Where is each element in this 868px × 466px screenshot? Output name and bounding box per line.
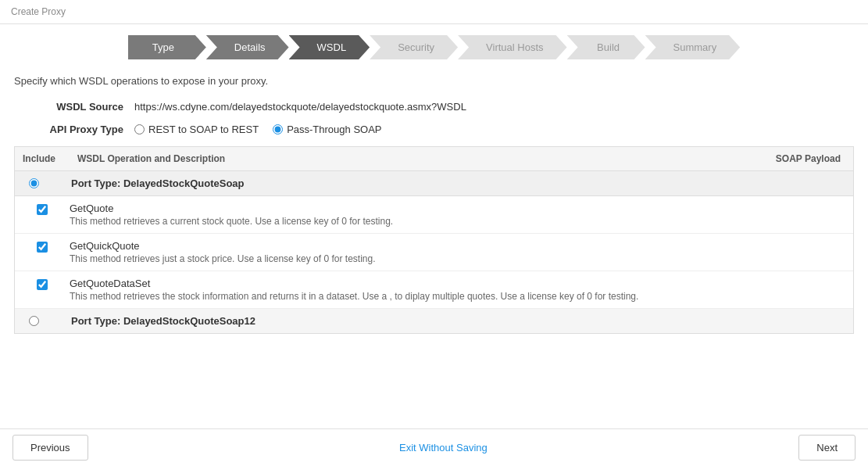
step-summary-label: Summary (645, 35, 741, 59)
step-type-label: Type (128, 35, 206, 59)
radio-rest-to-soap[interactable]: REST to SOAP to REST (134, 124, 259, 135)
col-payload: SOAP Payload (759, 152, 853, 166)
radio-passthrough-input[interactable] (273, 124, 283, 134)
table-header: Include WSDL Operation and Description S… (15, 147, 853, 171)
op-checkbox-getquote[interactable] (37, 204, 48, 215)
operation-row-getquotedataset: GetQuoteDataSet This method retrieves th… (15, 271, 853, 309)
step-virtual-hosts[interactable]: Virtual Hosts (458, 35, 566, 59)
port-radio-input-1[interactable] (29, 178, 39, 188)
step-security-label: Security (370, 35, 458, 59)
step-details-label: Details (206, 35, 289, 59)
op-check-getquote[interactable] (15, 203, 70, 217)
op-detail-getquotedataset: GetQuoteDataSet This method retrieves th… (70, 278, 759, 302)
operations-table: Include WSDL Operation and Description S… (14, 146, 854, 334)
step-type[interactable]: Type (128, 35, 206, 59)
port-type-row-2: Port Type: DelayedStockQuoteSoap12 (15, 309, 853, 333)
content-area: Specify which WSDL operations to expose … (0, 67, 868, 334)
op-desc-getquickquote: This method retrieves just a stock price… (70, 253, 759, 264)
radio-passthrough[interactable]: Pass-Through SOAP (273, 124, 381, 135)
op-name-getquote: GetQuote (70, 203, 759, 214)
op-checkbox-getquickquote[interactable] (37, 242, 48, 253)
step-wsdl-label: WSDL (289, 35, 370, 59)
api-proxy-type-row: API Proxy Type REST to SOAP to REST Pass… (14, 124, 854, 135)
port-radio-input-2[interactable] (29, 316, 39, 326)
op-check-getquotedataset[interactable] (15, 278, 70, 292)
col-operation: WSDL Operation and Description (70, 152, 759, 166)
radio-group: REST to SOAP to REST Pass-Through SOAP (134, 124, 382, 135)
op-name-getquotedataset: GetQuoteDataSet (70, 278, 759, 289)
radio-rest-label: REST to SOAP to REST (148, 124, 259, 135)
api-proxy-type-label: API Proxy Type (14, 124, 123, 135)
port-label-1: Port Type: DelayedStockQuoteSoap (70, 177, 853, 189)
wsdl-source-label: WSDL Source (14, 101, 123, 113)
step-details[interactable]: Details (206, 35, 289, 59)
port-radio-1[interactable] (15, 178, 70, 188)
page-title: Create Proxy (11, 6, 66, 17)
op-checkbox-getquotedataset[interactable] (37, 279, 48, 290)
op-desc-getquote: This method retrieves a current stock qu… (70, 216, 759, 227)
op-detail-getquote: GetQuote This method retrieves a current… (70, 203, 759, 227)
step-summary[interactable]: Summary (645, 35, 741, 59)
op-desc-getquotedataset: This method retrieves the stock informat… (70, 291, 759, 302)
footer: Previous Exit Without Saving Next (0, 428, 868, 466)
operation-row-getquote: GetQuote This method retrieves a current… (15, 196, 853, 234)
next-button[interactable]: Next (798, 435, 855, 461)
wsdl-source-row: WSDL Source https://ws.cdyne.com/delayed… (14, 101, 854, 113)
op-detail-getquickquote: GetQuickQuote This method retrieves just… (70, 240, 759, 264)
col-include: Include (15, 152, 70, 166)
wizard-steps: Type Details WSDL Security Virtual Hosts… (0, 24, 868, 67)
operation-row-getquickquote: GetQuickQuote This method retrieves just… (15, 234, 853, 271)
op-name-getquickquote: GetQuickQuote (70, 240, 759, 252)
step-virtual-hosts-label: Virtual Hosts (458, 35, 566, 59)
previous-button[interactable]: Previous (13, 435, 88, 461)
subtitle: Specify which WSDL operations to expose … (14, 75, 854, 87)
exit-without-saving-button[interactable]: Exit Without Saving (399, 442, 488, 453)
step-build[interactable]: Build (567, 35, 645, 59)
port-label-2: Port Type: DelayedStockQuoteSoap12 (70, 315, 853, 327)
radio-passthrough-label: Pass-Through SOAP (287, 124, 381, 135)
port-type-row-1: Port Type: DelayedStockQuoteSoap (15, 171, 853, 196)
wsdl-source-value: https://ws.cdyne.com/delayedstockquote/d… (134, 101, 466, 113)
top-bar: Create Proxy (0, 0, 868, 24)
step-build-label: Build (567, 35, 645, 59)
op-check-getquickquote[interactable] (15, 240, 70, 255)
port-radio-2[interactable] (15, 316, 70, 326)
step-wsdl[interactable]: WSDL (289, 35, 370, 59)
step-security[interactable]: Security (370, 35, 458, 59)
radio-rest-input[interactable] (134, 124, 145, 134)
